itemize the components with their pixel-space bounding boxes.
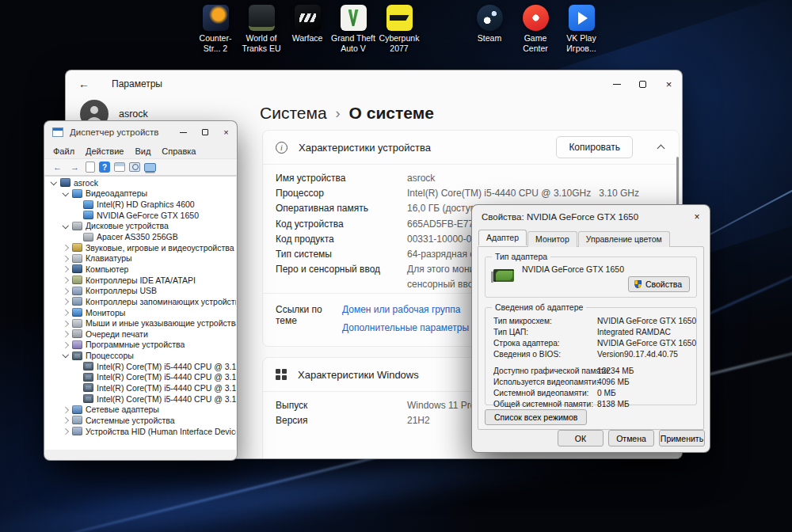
- expand-icon[interactable]: [61, 297, 70, 306]
- desktop-icon-world-of-tanks[interactable]: World of Tranks EU: [238, 5, 284, 54]
- collapse-icon[interactable]: [61, 188, 70, 198]
- tree-item[interactable]: Intel(R) Core(TM) i5-4440 CPU @ 3.10GHz: [45, 361, 236, 372]
- maximize-button[interactable]: [630, 70, 656, 97]
- close-button[interactable]: ×: [684, 205, 710, 229]
- avatar-head: [90, 106, 98, 114]
- computer-icon: [72, 264, 82, 273]
- tree-item[interactable]: Компьютер: [45, 264, 236, 275]
- desktop-icon-game-center[interactable]: Game Center: [512, 5, 558, 54]
- desktop-icon-steam[interactable]: Steam: [466, 5, 512, 44]
- display-icon: [83, 200, 93, 209]
- expand-icon[interactable]: [61, 405, 70, 414]
- devmgr-toolbar: ←→?: [44, 158, 237, 176]
- desktop-icon-cyberpunk-2077[interactable]: Cyberpunk 2077: [376, 5, 422, 54]
- tree-item[interactable]: Intel(R) HD Graphics 4600: [45, 199, 236, 210]
- cancel-button[interactable]: Отмена: [608, 430, 654, 446]
- domain-workgroup-link[interactable]: Домен или рабочая группа: [342, 304, 461, 315]
- sound-icon: [72, 243, 82, 252]
- expand-icon[interactable]: [61, 243, 70, 253]
- ok-button[interactable]: ОК: [558, 430, 604, 446]
- tree-item[interactable]: Клавиатуры: [45, 253, 236, 264]
- tree-item[interactable]: Программные устройства: [45, 340, 236, 351]
- storage-icon: [72, 297, 82, 306]
- expand-icon[interactable]: [61, 340, 70, 349]
- breadcrumb-root[interactable]: Система: [260, 102, 327, 124]
- expand-icon[interactable]: [61, 318, 70, 328]
- forward-icon[interactable]: →: [68, 162, 82, 173]
- tree-item[interactable]: Контроллеры IDE ATA/ATAPI: [45, 275, 236, 286]
- breadcrumb: Система › О системе: [260, 102, 434, 124]
- back-icon[interactable]: ←: [51, 162, 64, 173]
- copy-button[interactable]: Копировать: [556, 136, 633, 158]
- minimize-button[interactable]: [604, 70, 630, 97]
- usb-icon: [72, 287, 82, 295]
- close-button[interactable]: ×: [656, 70, 682, 97]
- tree-item[interactable]: Устройства HID (Human Interface Devices): [45, 426, 236, 437]
- help-icon[interactable]: ?: [99, 162, 110, 173]
- tree-item[interactable]: Сетевые адаптеры: [45, 404, 236, 415]
- tree-item[interactable]: NVIDIA GeForce GTX 1650: [45, 210, 236, 221]
- spec-label: Выпуск: [276, 398, 407, 413]
- tree-item[interactable]: Контроллеры USB: [45, 285, 236, 296]
- info-value: NVIDIA GeForce GTX 1650: [597, 339, 696, 348]
- device-specs-header[interactable]: i Характеристики устройства Копировать: [263, 131, 679, 164]
- desktop-icon-gta-v[interactable]: Grand Theft Auto V: [330, 5, 376, 54]
- scrollbar[interactable]: [676, 157, 679, 209]
- tree-item[interactable]: Мониторы: [45, 307, 236, 318]
- tree-item[interactable]: Контроллеры запоминающих устройств: [45, 296, 236, 307]
- expand-icon[interactable]: [61, 286, 70, 295]
- apply-button[interactable]: Применить: [659, 430, 705, 446]
- tree-item[interactable]: Мыши и иные указывающие устройства: [45, 317, 236, 329]
- properties-button[interactable]: Свойства: [628, 276, 690, 292]
- tree-item[interactable]: Звуковые, игровые и видеоустройства: [45, 242, 236, 253]
- info-label: Доступно графической памяти:: [493, 367, 597, 375]
- menu-help[interactable]: Справка: [156, 146, 201, 156]
- expand-icon[interactable]: [61, 329, 70, 339]
- back-button[interactable]: ←: [78, 78, 96, 90]
- expand-icon[interactable]: [61, 416, 70, 425]
- collapse-icon[interactable]: [49, 178, 59, 188]
- close-button[interactable]: ×: [215, 121, 237, 143]
- desktop-icon-vk-play[interactable]: VK Play Игров...: [558, 5, 604, 54]
- properties-icon[interactable]: [114, 162, 125, 172]
- info-label: Сведения о BIOS:: [493, 350, 597, 359]
- desktop-icon-warface[interactable]: Warface: [284, 5, 330, 44]
- spec-label: Оперативная память: [276, 201, 407, 216]
- menu-action[interactable]: Действие: [80, 146, 129, 156]
- tab-color-management[interactable]: Управление цветом: [578, 231, 670, 247]
- tree-item[interactable]: Очереди печати: [45, 329, 236, 340]
- monitor-icon[interactable]: [144, 163, 156, 172]
- menu-file[interactable]: Файл: [48, 146, 80, 156]
- minimize-button[interactable]: [173, 121, 194, 143]
- tree-item[interactable]: asrock: [45, 177, 236, 188]
- tree-item[interactable]: Процессоры: [45, 350, 236, 361]
- expand-icon[interactable]: [61, 264, 70, 274]
- tab-adapter[interactable]: Адаптер: [478, 230, 527, 245]
- expand-icon[interactable]: [61, 427, 70, 436]
- document-icon[interactable]: [86, 162, 95, 173]
- desktop-icon-counter-strike-2[interactable]: Counter-Str... 2: [192, 5, 238, 54]
- tree-item[interactable]: Видеоадаптеры: [45, 188, 236, 200]
- tab-monitor[interactable]: Монитор: [527, 231, 577, 247]
- tree-item[interactable]: Системные устройства: [45, 415, 236, 426]
- tree-item[interactable]: Apacer AS350 256GB: [45, 231, 236, 242]
- tree-item[interactable]: Intel(R) Core(TM) i5-4440 CPU @ 3.10GHz: [45, 372, 236, 383]
- tree-item[interactable]: Дисковые устройства: [45, 221, 236, 232]
- scan-icon[interactable]: [129, 162, 140, 172]
- expand-icon[interactable]: [61, 276, 70, 285]
- maximize-button[interactable]: [194, 121, 215, 143]
- advanced-system-settings-link[interactable]: Дополнительные параметры сис: [342, 322, 486, 333]
- device-manager-app-icon: [52, 127, 63, 137]
- expand-icon[interactable]: [61, 253, 70, 263]
- warface-icon: [295, 5, 321, 31]
- tree-item[interactable]: Intel(R) Core(TM) i5-4440 CPU @ 3.10GHz: [45, 393, 236, 405]
- chevron-up-icon[interactable]: [657, 142, 666, 152]
- collapse-icon[interactable]: [61, 221, 70, 230]
- settings-caption-buttons: ×: [604, 70, 682, 97]
- menu-view[interactable]: Вид: [129, 146, 156, 156]
- expand-icon[interactable]: [61, 308, 70, 317]
- collapse-icon[interactable]: [61, 351, 70, 360]
- list-all-modes-button[interactable]: Список всех режимов: [485, 409, 587, 425]
- dialog-titlebar: Свойства: NVIDIA GeForce GTX 1650 ×: [472, 205, 710, 229]
- tree-item[interactable]: Intel(R) Core(TM) i5-4440 CPU @ 3.10GHz: [45, 382, 236, 393]
